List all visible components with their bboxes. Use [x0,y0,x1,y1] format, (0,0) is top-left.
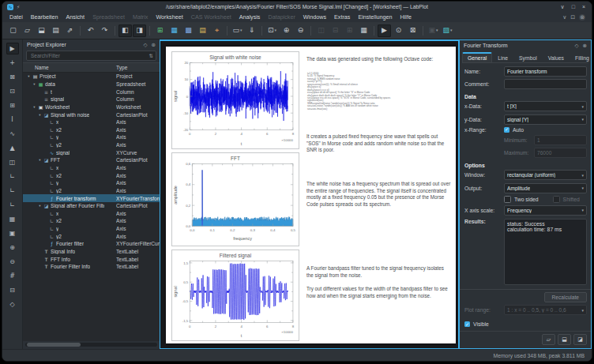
add-legend-tool-button[interactable]: ▦ [6,213,19,225]
shift-right-tool-button[interactable]: ◇ [6,298,19,310]
add-histogram-tool-button[interactable]: ▲ [6,142,19,154]
name-field[interactable] [504,66,587,77]
menu-hilfe[interactable]: Hilfe [397,12,415,22]
mdi-close-icon[interactable]: ⊗ [579,14,585,21]
worksheet-note-4[interactable]: A Fourier bandpass filter tuned to the s… [306,265,452,279]
tree-row[interactable]: ∟xAxis [23,210,160,218]
column-header-type[interactable]: Type [116,65,127,70]
mdi-restore-icon[interactable]: ⊡ [570,14,575,21]
tree-row[interactable]: ∟yAxis [23,133,160,141]
menu-datei[interactable]: Datei [6,12,27,22]
zoom-in-button[interactable]: ⊕ [280,24,293,37]
tab-general[interactable]: General [462,52,492,62]
new-datapicker-button[interactable]: ⌖ [210,24,224,37]
menu-bearbeiten[interactable]: Bearbeiten [27,12,62,22]
dock-float-icon[interactable]: ◇ [575,43,579,49]
two-sided-checkbox[interactable] [504,196,511,203]
tree-row[interactable]: ∟x2Axis [23,171,160,179]
expander-icon[interactable]: ▾ [37,158,43,162]
zoom-in-tool-button[interactable]: ⊕ [6,242,19,253]
menu-worksheet[interactable]: Worksheet [152,12,186,22]
save-config-button[interactable]: ⬓ [558,334,571,345]
expander-icon[interactable]: ▾ [32,105,37,109]
octave-code-block[interactable]: t=1:1:4000; f=.05; % Signal frequency no… [307,73,453,111]
expander-icon[interactable]: ▾ [32,82,37,86]
arrange-plots-button[interactable]: ▦ [357,24,370,37]
close-icon[interactable]: × [582,4,585,9]
chart-signal-noise[interactable]: 02468-20-1001020Signal with white noiset… [172,52,299,148]
chart-fft[interactable]: 0,00,10,20,30,40,50,00,20,40,6FFTfrequen… [172,153,299,246]
tree-row[interactable]: ƒFourier filterXYFourierFilterCurve [23,240,160,248]
dock-menu-icon[interactable]: ⊛ [152,42,156,48]
worksheet-note-2[interactable]: It creates a pulsed fixed frequency sine… [306,133,452,154]
zoom-out-button[interactable]: ⊖ [294,24,307,37]
menu-extras[interactable]: Extras [330,12,354,22]
cursor-tool-button[interactable]: I [6,114,19,126]
menu-windows[interactable]: Windows [299,12,330,22]
recalculate-button[interactable]: Recalculate [544,292,587,302]
chart-filtered[interactable]: 02468-1,5-0,50,51,5Filtered signalt×1000… [172,250,299,340]
worksheet-view[interactable]: 02468-20-1001020Signal with white noiset… [160,39,459,349]
window-select[interactable]: rectangular (uniform)▾ [504,170,587,180]
tree-row[interactable]: ≡tColumn [23,88,160,96]
add-x-axis-tool-button[interactable]: ∟ [6,185,19,197]
column-header-name[interactable]: Name [23,65,49,70]
load-config-button[interactable]: ▱ [542,334,555,345]
tree-row[interactable]: ∟xAxis [23,118,160,126]
menu-ansicht[interactable]: Ansicht [62,12,89,22]
redo-button[interactable]: ↷ [98,24,111,37]
tree-row[interactable]: ∟yAxis [23,225,160,233]
zoom-mode-button[interactable]: ⊙ [392,24,405,37]
zoom-x-selection-tool-button[interactable]: ⊡ [6,85,19,97]
dock-close-icon[interactable]: ⊗ [583,43,587,49]
new-spreadsheet-button[interactable]: ⊞ [153,24,167,37]
tree-row[interactable]: ▾▤ProjectProject [23,73,160,81]
tree-row[interactable]: ∟y2Axis [23,141,160,149]
expander-icon[interactable]: ▾ [37,204,43,208]
x-data-select[interactable]: t [X]▾ [504,101,587,111]
tree-row[interactable]: ▾◪Signal with noiseCartesianPlot [23,111,160,118]
tree-row[interactable]: ∟y2Axis [23,187,160,195]
add-image-tool-button[interactable]: ▣ [6,227,19,239]
auto-checkbox[interactable]: ✓ [504,127,509,133]
tree-row[interactable]: ▾◪FFTCartesianPlot [23,156,160,164]
dock-float-icon[interactable]: ◇ [144,42,148,48]
zoom-select-button[interactable]: ⊡▾ [265,24,279,37]
tab-values[interactable]: Values [543,52,570,62]
tree-header[interactable]: Name Type [23,62,160,73]
tree-row[interactable]: ∟y2Axis [23,232,160,240]
worksheet-note-1[interactable]: The data was generated using the followi… [306,56,452,63]
new-note-button[interactable]: ▤ [196,24,209,37]
minimize-icon[interactable]: ∨ [561,4,565,9]
pointer-tool-button[interactable]: ▶ [6,43,19,54]
zoom-selection-tool-button[interactable]: ⊠ [6,71,19,83]
add-axis-tool-button[interactable]: ∟ [6,171,19,182]
x-axis-scale-select[interactable]: Frequency▾ [504,205,587,216]
new-worksheet-button[interactable]: ▩ [182,24,195,37]
navigate-mode-button[interactable]: ▶ [378,24,391,37]
selection-mode-button[interactable]: ⊠ [406,24,419,37]
visible-checkbox[interactable]: ✓ [464,321,470,327]
scrollbar-thumb[interactable] [27,343,81,347]
import-file-button[interactable]: ⇓ [245,24,258,37]
add-boxplot-tool-button[interactable]: ◫ [6,156,19,168]
tree-row[interactable]: ▾◪Signal after Fourier FilterCartesianPl… [23,202,160,210]
tree-row[interactable]: ▾▦dataSpreadsheet [23,81,160,88]
export-button[interactable]: ⇗ [63,24,77,37]
comment-field[interactable] [504,79,587,89]
tree-row[interactable]: ∟x2Axis [23,126,160,133]
worksheet-note-5[interactable]: Try out different values for the width o… [306,286,452,299]
mdi-minimize-icon[interactable]: ∨ [562,14,566,21]
shift-left-tool-button[interactable]: ⊟ [6,284,19,296]
plot-fft[interactable]: 0,00,10,20,30,40,50,00,20,40,6FFTfrequen… [171,152,299,246]
tree-row-selected[interactable]: ƒFourier transformXYFourierTransformCurv… [23,194,160,202]
expander-icon[interactable]: ▾ [26,74,32,78]
auto-scale-tool-button[interactable]: # [6,270,19,282]
tree-row[interactable]: ∟yAxis [23,179,160,187]
plot-signal-with-noise[interactable]: 02468-20-1001020Signal with white noiset… [171,51,299,149]
magnification-button[interactable]: ▣▾ [427,24,440,37]
menu-einstellungen[interactable]: Einstellungen [354,12,396,22]
tree-row[interactable]: ∟xAxis [23,164,160,172]
zoom-out-tool-button[interactable]: ⊖ [6,256,19,268]
menu-analysis[interactable]: Analysis [235,12,265,22]
